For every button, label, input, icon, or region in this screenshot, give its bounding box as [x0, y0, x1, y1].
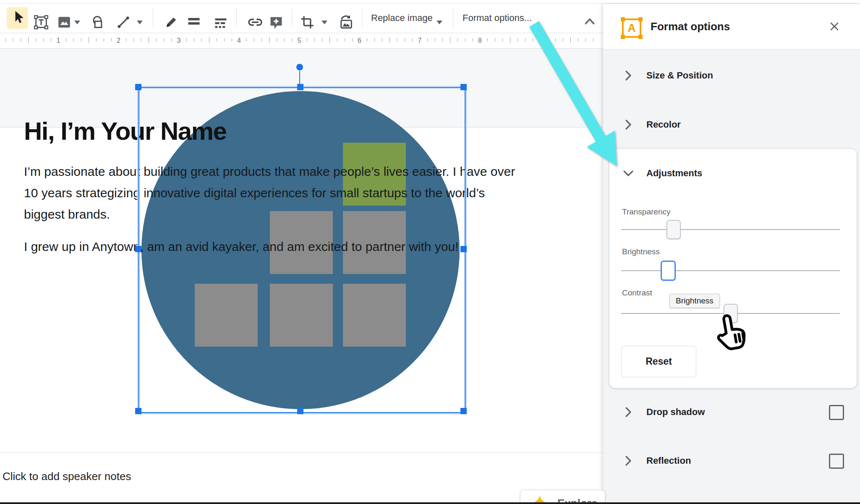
toolbar-separator	[236, 8, 237, 27]
ruler-tick	[186, 38, 187, 42]
toolbar-separator	[362, 8, 362, 27]
format-options-toolbar-button[interactable]: Format options...	[463, 4, 532, 32]
section-label: Recolor	[646, 119, 681, 130]
ruler-tick	[563, 38, 563, 42]
notes-resize-divider[interactable]	[0, 452, 603, 460]
line-weight-icon	[186, 15, 201, 30]
brightness-tooltip: Brightness	[669, 294, 720, 308]
ruler-tick	[450, 37, 450, 43]
section-reflection[interactable]: Reflection	[622, 452, 691, 470]
insert-image-button[interactable]	[57, 15, 71, 29]
transparency-label: Transparency	[622, 207, 670, 217]
image-dropdown-caret[interactable]	[74, 21, 80, 24]
ruler-tick	[510, 37, 510, 43]
line-dropdown-caret[interactable]	[137, 21, 143, 24]
ruler-tick	[51, 38, 51, 42]
section-size-position[interactable]: Size & Position	[622, 66, 713, 85]
chevron-up-icon	[583, 16, 597, 27]
section-recolor[interactable]: Recolor	[622, 115, 681, 134]
chevron-right-icon	[622, 118, 635, 131]
drop-shadow-checkbox[interactable]	[829, 405, 844, 420]
resize-handle-top-center[interactable]	[297, 84, 303, 90]
transparency-slider-thumb[interactable]	[667, 220, 681, 239]
pen-icon	[164, 15, 179, 30]
ruler-tick	[367, 38, 367, 42]
ruler-tick	[586, 38, 586, 42]
ruler-number: 8	[478, 37, 482, 44]
rotation-handle[interactable]	[296, 64, 303, 71]
select-tool-button[interactable]	[11, 9, 25, 26]
ruler-tick	[21, 38, 21, 42]
explore-button[interactable]: Explore	[520, 490, 605, 504]
resize-handle-bottom-center[interactable]	[297, 408, 303, 414]
resize-handle-bottom-right[interactable]	[460, 408, 467, 414]
insert-shape-button[interactable]	[91, 15, 106, 30]
replace-image-button[interactable]: Replace image	[371, 4, 433, 32]
ruler-tick	[473, 38, 473, 42]
ruler-tick	[322, 38, 322, 42]
ruler-tick	[232, 38, 232, 42]
ruler-tick	[164, 38, 164, 42]
resize-handle-bottom-left[interactable]	[135, 408, 141, 414]
insert-link-button[interactable]	[247, 15, 263, 30]
ruler-tick	[201, 38, 202, 42]
ruler-tick	[337, 38, 337, 42]
slide-body-text[interactable]: biggest brands.	[24, 207, 110, 222]
crop-image-button[interactable]	[300, 15, 315, 30]
resize-handle-middle-right[interactable]	[460, 246, 467, 252]
reflection-checkbox[interactable]	[829, 454, 844, 469]
line-icon	[116, 15, 131, 30]
ruler-tick	[374, 38, 375, 42]
ruler-tick	[89, 37, 89, 43]
panel-title: Format options	[651, 20, 730, 33]
border-color-button[interactable]	[164, 15, 179, 30]
ruler-tick	[73, 38, 74, 42]
ruler-tick	[292, 38, 292, 42]
replace-image-label: Replace image	[371, 13, 433, 24]
ruler-tick	[209, 37, 209, 43]
ruler-tick	[487, 38, 488, 42]
ruler-tick	[593, 38, 593, 42]
resize-handle-top-right[interactable]	[460, 84, 467, 90]
close-icon[interactable]	[828, 20, 841, 33]
section-label: Reflection	[646, 455, 691, 466]
ruler-tick	[28, 37, 29, 43]
add-comment-button[interactable]	[269, 15, 284, 30]
ruler-tick	[141, 38, 141, 42]
transparency-slider-track[interactable]	[621, 229, 840, 230]
horizontal-ruler: 12345678	[0, 33, 603, 49]
resize-handle-top-left[interactable]	[135, 84, 141, 90]
crop-dropdown-caret[interactable]	[322, 21, 327, 24]
ruler-tick	[555, 38, 556, 42]
text-box-button[interactable]	[34, 15, 49, 30]
reset-button[interactable]: Reset	[621, 346, 696, 377]
resize-handle-middle-left[interactable]	[135, 246, 141, 252]
ruler-tick	[43, 38, 44, 42]
replace-image-caret[interactable]	[437, 21, 442, 24]
reset-image-button[interactable]	[338, 14, 354, 30]
ruler-tick	[465, 38, 465, 42]
ruler-tick	[149, 37, 149, 43]
google-slides-app: Replace image Format options... 12345678…	[0, 0, 860, 504]
speaker-notes-area[interactable]: Click to add speaker notes	[0, 460, 603, 504]
ruler-number: 5	[298, 37, 301, 44]
ruler-tick	[495, 38, 495, 42]
line-dash-button[interactable]	[213, 15, 228, 30]
ruler-tick	[578, 38, 578, 42]
section-drop-shadow[interactable]: Drop shadow	[622, 403, 705, 421]
brightness-slider-thumb[interactable]	[661, 261, 676, 281]
format-options-icon: A	[622, 18, 641, 38]
ruler-tick	[435, 38, 435, 42]
chevron-right-icon	[622, 406, 635, 418]
section-adjustments[interactable]: Adjustments	[622, 164, 702, 183]
ruler-tick	[329, 37, 330, 43]
line-weight-button[interactable]	[186, 15, 201, 30]
ruler-tick	[352, 38, 353, 42]
insert-line-button[interactable]	[116, 15, 131, 30]
cursor-icon	[11, 9, 25, 26]
ruler-tick	[382, 38, 382, 42]
brightness-slider-track[interactable]	[621, 270, 840, 271]
collapse-toolbar-button[interactable]	[583, 16, 597, 27]
image-selection-box[interactable]	[139, 87, 465, 413]
text-box-icon	[34, 15, 49, 30]
